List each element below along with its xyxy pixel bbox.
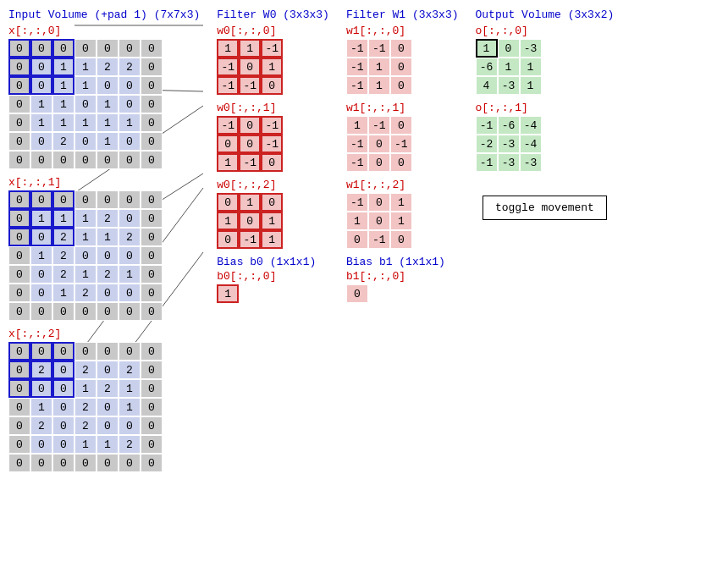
grid-cell: 0 (97, 190, 119, 209)
toggle-movement-button[interactable]: toggle movement (483, 196, 607, 220)
grid-cell: 1 (74, 435, 97, 454)
filter-w1-slice-label: w1[:,:,2] (346, 179, 459, 191)
grid-cell: 1 (217, 212, 239, 230)
grid-cell: 0 (52, 379, 74, 398)
bias-b1-grid: 0 (346, 284, 459, 303)
grid-cell: 0 (52, 151, 74, 169)
grid-cell: 0 (390, 39, 412, 58)
grid-cell: 0 (217, 193, 239, 212)
grid-cell: 0 (239, 212, 261, 230)
grid-cell: -1 (346, 58, 368, 76)
grid-cell: 1 (74, 113, 97, 132)
grid-cell: 0 (141, 302, 163, 321)
grid-cell: 0 (141, 113, 163, 132)
grid-cell: 2 (74, 398, 97, 416)
grid-cell: 0 (30, 379, 52, 398)
grid-cell: 0 (97, 361, 119, 379)
input-grid-0: 0000000001122000110000110100011111000201… (8, 39, 200, 169)
grid-cell: 0 (141, 132, 163, 151)
grid-cell: 0 (8, 76, 30, 95)
grid-cell: 0 (8, 246, 30, 265)
grid-cell: 2 (97, 265, 119, 284)
filter-w0-grid-1: -10-100-11-10 (217, 116, 329, 172)
grid-cell: 0 (30, 76, 52, 95)
grid-cell: 1 (97, 95, 119, 113)
filter-w1-header: Filter W1 (3x3x3) (346, 8, 459, 21)
grid-cell: 1 (119, 113, 141, 132)
grid-cell: 0 (97, 398, 119, 416)
grid-cell: 0 (74, 39, 97, 58)
grid-cell: 0 (52, 435, 74, 454)
grid-cell: 0 (8, 209, 30, 228)
filter-w1-slice-label: w1[:,:,1] (346, 102, 459, 114)
output-header: Output Volume (3x3x2) (476, 8, 615, 21)
grid-cell: 0 (141, 76, 163, 95)
grid-cell: 0 (8, 132, 30, 151)
grid-cell: 0 (261, 153, 283, 172)
grid-cell: 1 (97, 113, 119, 132)
grid-cell: 0 (97, 302, 119, 321)
output-cell: -1 (476, 153, 498, 172)
grid-cell: 1 (217, 153, 239, 172)
grid-cell: -1 (368, 39, 390, 58)
grid-cell: 1 (52, 76, 74, 95)
grid-cell: 0 (97, 246, 119, 265)
grid-cell: 2 (119, 361, 141, 379)
grid-cell: 1 (368, 76, 390, 95)
grid-cell: 0 (30, 302, 52, 321)
grid-cell: 0 (52, 398, 74, 416)
filter-w0-slice-label: w0[:,:,2] (217, 179, 329, 191)
output-cell: -6 (476, 58, 498, 76)
grid-cell: 0 (368, 153, 390, 172)
grid-cell: 1 (30, 209, 52, 228)
grid-cell: 0 (8, 454, 30, 472)
grid-cell: 0 (30, 190, 52, 209)
grid-cell: 2 (74, 416, 97, 435)
grid-cell: 0 (141, 58, 163, 76)
grid-cell: 0 (119, 190, 141, 209)
grid-cell: 2 (97, 209, 119, 228)
grid-cell: 0 (119, 454, 141, 472)
grid-cell: 0 (52, 39, 74, 58)
grid-cell: 0 (141, 39, 163, 58)
grid-cell: 2 (52, 132, 74, 151)
grid-cell: 0 (368, 212, 390, 230)
grid-cell: 0 (390, 230, 412, 249)
grid-cell: 0 (119, 76, 141, 95)
grid-cell: 0 (8, 398, 30, 416)
grid-cell: 0 (52, 342, 74, 361)
grid-cell: 0 (74, 342, 97, 361)
grid-cell: 1 (261, 230, 283, 249)
grid-cell: 0 (30, 151, 52, 169)
grid-cell: 0 (119, 39, 141, 58)
grid-cell: 0 (8, 302, 30, 321)
grid-cell: 1 (74, 76, 97, 95)
grid-cell: 0 (390, 76, 412, 95)
grid-cell: 0 (97, 39, 119, 58)
grid-cell: 1 (30, 246, 52, 265)
grid-cell: 2 (30, 361, 52, 379)
grid-cell: 0 (30, 39, 52, 58)
grid-cell: 0 (74, 454, 97, 472)
grid-cell: 0 (119, 132, 141, 151)
grid-cell: 0 (8, 95, 30, 113)
grid-cell: 1 (390, 193, 412, 212)
grid-cell: 0 (390, 58, 412, 76)
grid-cell: 2 (52, 265, 74, 284)
grid-cell: 0 (119, 151, 141, 169)
filter-w0-header: Filter W0 (3x3x3) (217, 8, 329, 21)
output-cell: 4 (476, 76, 498, 95)
grid-cell: 0 (141, 151, 163, 169)
grid-cell: 0 (239, 116, 261, 135)
grid-cell: 0 (52, 302, 74, 321)
bias-b0-header: Bias b0 (1x1x1) (217, 256, 329, 268)
output-cell: 0 (498, 39, 520, 58)
grid-cell: -1 (368, 116, 390, 135)
output-column: Output Volume (3x3x2) o[:,:,0] 10-3-6114… (476, 8, 615, 479)
grid-cell: 0 (141, 379, 163, 398)
output-cell: 1 (520, 76, 542, 95)
grid-cell: -1 (239, 230, 261, 249)
grid-cell: -1 (346, 193, 368, 212)
grid-cell: 0 (261, 193, 283, 212)
grid-cell: 0 (8, 265, 30, 284)
